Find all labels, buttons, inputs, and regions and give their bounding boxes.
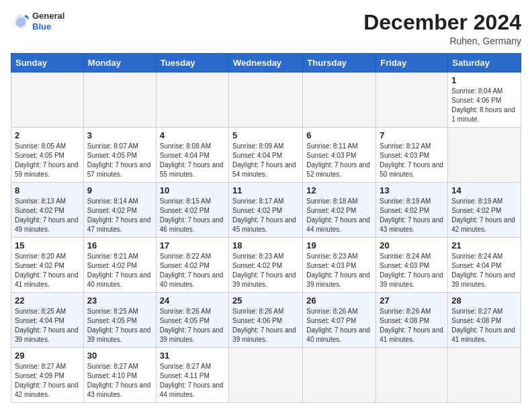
calendar-header-row: SundayMondayTuesdayWednesdayThursdayFrid… [11, 54, 521, 73]
calendar-day-cell: 12Sunrise: 8:18 AMSunset: 4:02 PMDayligh… [303, 183, 376, 238]
header: General Blue December 2024 Ruhen, German… [11, 11, 521, 46]
calendar-week-row: 29Sunrise: 8:27 AMSunset: 4:09 PMDayligh… [11, 348, 521, 403]
calendar-day-cell: 9Sunrise: 8:14 AMSunset: 4:02 PMDaylight… [83, 183, 156, 238]
calendar-day-cell: 28Sunrise: 8:27 AMSunset: 4:08 PMDayligh… [448, 293, 521, 348]
calendar-day-cell: 3Sunrise: 8:07 AMSunset: 4:05 PMDaylight… [83, 128, 156, 183]
calendar-empty-cell [83, 73, 156, 128]
calendar-day-cell: 20Sunrise: 8:24 AMSunset: 4:03 PMDayligh… [376, 238, 448, 293]
calendar-empty-cell [11, 73, 84, 128]
day-info: Sunrise: 8:26 AMSunset: 4:08 PMDaylight:… [380, 307, 444, 345]
calendar-day-cell [376, 348, 448, 403]
day-number: 14 [451, 185, 517, 195]
day-number: 2 [15, 130, 80, 140]
calendar-table: SundayMondayTuesdayWednesdayThursdayFrid… [11, 53, 521, 403]
day-info: Sunrise: 8:26 AMSunset: 4:07 PMDaylight:… [306, 307, 372, 345]
day-info: Sunrise: 8:17 AMSunset: 4:02 PMDaylight:… [232, 197, 299, 234]
day-info: Sunrise: 8:19 AMSunset: 4:02 PMDaylight:… [380, 197, 444, 234]
logo-text: General Blue [32, 11, 64, 32]
calendar-day-header: Saturday [448, 54, 521, 73]
day-number: 27 [380, 295, 444, 306]
calendar-day-cell: 6Sunrise: 8:11 AMSunset: 4:03 PMDaylight… [303, 128, 376, 183]
calendar-empty-cell [303, 73, 376, 128]
calendar-day-cell: 27Sunrise: 8:26 AMSunset: 4:08 PMDayligh… [376, 293, 448, 348]
day-number: 24 [160, 295, 225, 306]
day-info: Sunrise: 8:19 AMSunset: 4:02 PMDaylight:… [451, 197, 517, 234]
day-info: Sunrise: 8:07 AMSunset: 4:05 PMDaylight:… [87, 142, 152, 179]
logo-icon [11, 12, 30, 31]
day-info: Sunrise: 8:11 AMSunset: 4:03 PMDaylight:… [306, 142, 372, 179]
day-info: Sunrise: 8:05 AMSunset: 4:05 PMDaylight:… [15, 142, 80, 179]
day-number: 19 [306, 240, 372, 250]
day-number: 23 [87, 295, 152, 306]
day-info: Sunrise: 8:23 AMSunset: 4:03 PMDaylight:… [306, 252, 372, 289]
calendar-day-cell: 29Sunrise: 8:27 AMSunset: 4:09 PMDayligh… [11, 348, 84, 403]
calendar-empty-cell [156, 73, 228, 128]
day-number: 10 [160, 185, 225, 195]
day-number: 31 [160, 351, 225, 361]
calendar-day-cell: 14Sunrise: 8:19 AMSunset: 4:02 PMDayligh… [448, 183, 521, 238]
calendar-day-header: Wednesday [229, 54, 303, 73]
day-number: 13 [380, 185, 444, 195]
day-number: 30 [87, 351, 152, 361]
calendar-day-cell: 5Sunrise: 8:09 AMSunset: 4:04 PMDaylight… [229, 128, 303, 183]
day-info: Sunrise: 8:24 AMSunset: 4:04 PMDaylight:… [451, 252, 517, 289]
day-number: 18 [232, 240, 299, 250]
title-block: December 2024 Ruhen, Germany [363, 11, 521, 46]
day-number: 12 [306, 185, 372, 195]
calendar-day-cell: 10Sunrise: 8:15 AMSunset: 4:02 PMDayligh… [156, 183, 228, 238]
calendar-day-cell: 24Sunrise: 8:26 AMSunset: 4:05 PMDayligh… [156, 293, 228, 348]
day-info: Sunrise: 8:27 AMSunset: 4:11 PMDaylight:… [160, 362, 225, 400]
calendar-day-cell: 19Sunrise: 8:23 AMSunset: 4:03 PMDayligh… [303, 238, 376, 293]
day-info: Sunrise: 8:09 AMSunset: 4:04 PMDaylight:… [232, 142, 299, 179]
day-number: 21 [451, 240, 517, 250]
calendar-day-cell: 16Sunrise: 8:21 AMSunset: 4:02 PMDayligh… [83, 238, 156, 293]
calendar-day-cell: 11Sunrise: 8:17 AMSunset: 4:02 PMDayligh… [229, 183, 303, 238]
calendar-page: General Blue December 2024 Ruhen, German… [0, 0, 532, 411]
day-info: Sunrise: 8:21 AMSunset: 4:02 PMDaylight:… [87, 252, 152, 289]
calendar-day-header: Tuesday [156, 54, 228, 73]
calendar-day-cell: 31Sunrise: 8:27 AMSunset: 4:11 PMDayligh… [156, 348, 228, 403]
calendar-day-cell: 17Sunrise: 8:22 AMSunset: 4:02 PMDayligh… [156, 238, 228, 293]
day-number: 11 [232, 185, 299, 195]
day-info: Sunrise: 8:18 AMSunset: 4:02 PMDaylight:… [306, 197, 372, 234]
calendar-day-cell: 22Sunrise: 8:25 AMSunset: 4:04 PMDayligh… [11, 293, 84, 348]
day-info: Sunrise: 8:27 AMSunset: 4:08 PMDaylight:… [451, 307, 517, 345]
day-info: Sunrise: 8:04 AMSunset: 4:06 PMDaylight:… [451, 87, 517, 124]
location: Ruhen, Germany [363, 36, 521, 46]
calendar-day-cell: 13Sunrise: 8:19 AMSunset: 4:02 PMDayligh… [376, 183, 448, 238]
day-number: 1 [451, 75, 517, 85]
day-number: 22 [15, 295, 80, 306]
day-number: 4 [160, 130, 225, 140]
calendar-day-cell [303, 348, 376, 403]
day-number: 17 [160, 240, 225, 250]
calendar-day-cell [448, 128, 521, 183]
logo-general: General [32, 11, 64, 21]
day-number: 3 [87, 130, 152, 140]
day-info: Sunrise: 8:14 AMSunset: 4:02 PMDaylight:… [87, 197, 152, 234]
calendar-day-cell: 25Sunrise: 8:26 AMSunset: 4:06 PMDayligh… [229, 293, 303, 348]
calendar-day-header: Sunday [11, 54, 84, 73]
day-info: Sunrise: 8:26 AMSunset: 4:05 PMDaylight:… [160, 307, 225, 345]
calendar-empty-cell [229, 73, 303, 128]
day-number: 15 [15, 240, 80, 250]
calendar-day-header: Friday [376, 54, 448, 73]
day-info: Sunrise: 8:25 AMSunset: 4:05 PMDaylight:… [87, 307, 152, 345]
calendar-week-row: 15Sunrise: 8:20 AMSunset: 4:02 PMDayligh… [11, 238, 521, 293]
day-number: 8 [15, 185, 80, 195]
calendar-week-row: 2Sunrise: 8:05 AMSunset: 4:05 PMDaylight… [11, 128, 521, 183]
day-info: Sunrise: 8:26 AMSunset: 4:06 PMDaylight:… [232, 307, 299, 345]
day-number: 25 [232, 295, 299, 306]
calendar-week-row: 8Sunrise: 8:13 AMSunset: 4:02 PMDaylight… [11, 183, 521, 238]
day-info: Sunrise: 8:13 AMSunset: 4:02 PMDaylight:… [15, 197, 80, 234]
day-number: 26 [306, 295, 372, 306]
day-info: Sunrise: 8:23 AMSunset: 4:02 PMDaylight:… [232, 252, 299, 289]
day-info: Sunrise: 8:27 AMSunset: 4:10 PMDaylight:… [87, 362, 152, 400]
calendar-day-cell: 1Sunrise: 8:04 AMSunset: 4:06 PMDaylight… [448, 73, 521, 128]
calendar-empty-cell [376, 73, 448, 128]
day-number: 5 [232, 130, 299, 140]
day-info: Sunrise: 8:15 AMSunset: 4:02 PMDaylight:… [160, 197, 225, 234]
day-number: 16 [87, 240, 152, 250]
day-info: Sunrise: 8:08 AMSunset: 4:04 PMDaylight:… [160, 142, 225, 179]
logo-blue: Blue [32, 21, 51, 32]
logo: General Blue [11, 11, 64, 32]
